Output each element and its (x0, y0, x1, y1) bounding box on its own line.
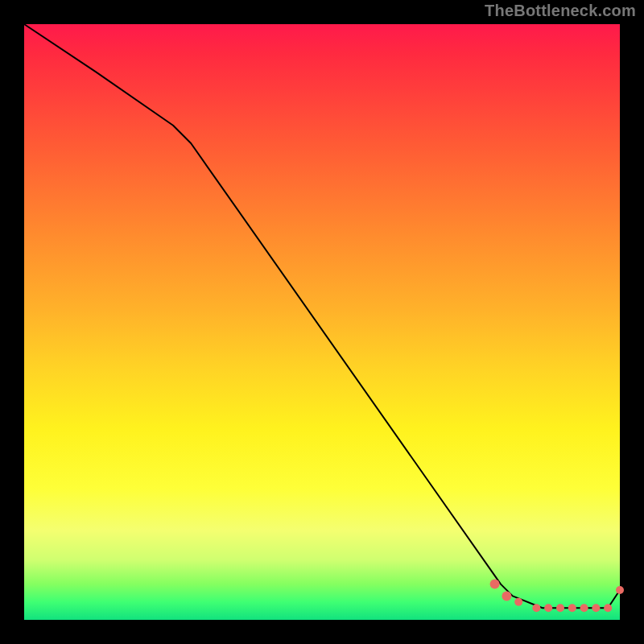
marker-point (544, 604, 552, 612)
marker-point (556, 604, 564, 612)
curve-line (24, 24, 620, 608)
marker-point (502, 591, 511, 601)
marker-point (514, 598, 522, 606)
marker-point (580, 604, 588, 612)
chart-container: TheBottleneck.com (0, 0, 644, 644)
marker-point (490, 580, 500, 589)
attribution-label: TheBottleneck.com (485, 2, 636, 20)
chart-overlay (24, 24, 620, 620)
marker-point (568, 604, 576, 612)
marker-point (616, 586, 624, 594)
marker-point (532, 604, 540, 612)
markers-group (490, 580, 624, 613)
marker-point (604, 604, 612, 612)
marker-point (592, 604, 600, 612)
